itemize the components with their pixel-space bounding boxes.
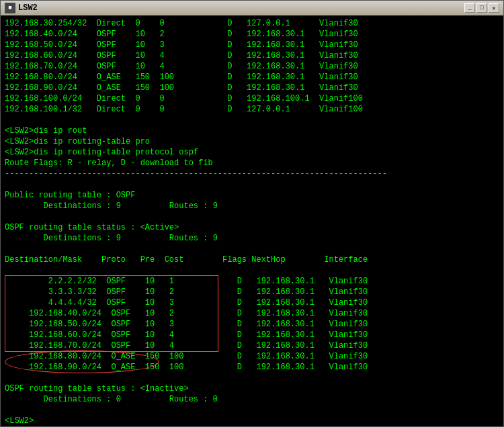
main-window: ■ LSW2 _ □ ✕ 192.168.30.254/32 Direct 0 …	[0, 0, 504, 427]
close-button[interactable]: ✕	[489, 3, 499, 13]
minimize-button[interactable]: _	[464, 3, 475, 13]
maximize-button[interactable]: □	[476, 3, 487, 13]
title-bar: ■ LSW2 _ □ ✕	[1, 1, 503, 15]
title-bar-left: ■ LSW2	[5, 3, 38, 13]
window-icon: ■	[5, 3, 15, 13]
window-controls: _ □ ✕	[464, 3, 499, 13]
terminal-area[interactable]: 192.168.30.254/32 Direct 0 0 D 127.0.0.1…	[1, 15, 503, 426]
window-title: LSW2	[18, 3, 38, 13]
terminal-output: 192.168.30.254/32 Direct 0 0 D 127.0.0.1…	[5, 18, 499, 426]
